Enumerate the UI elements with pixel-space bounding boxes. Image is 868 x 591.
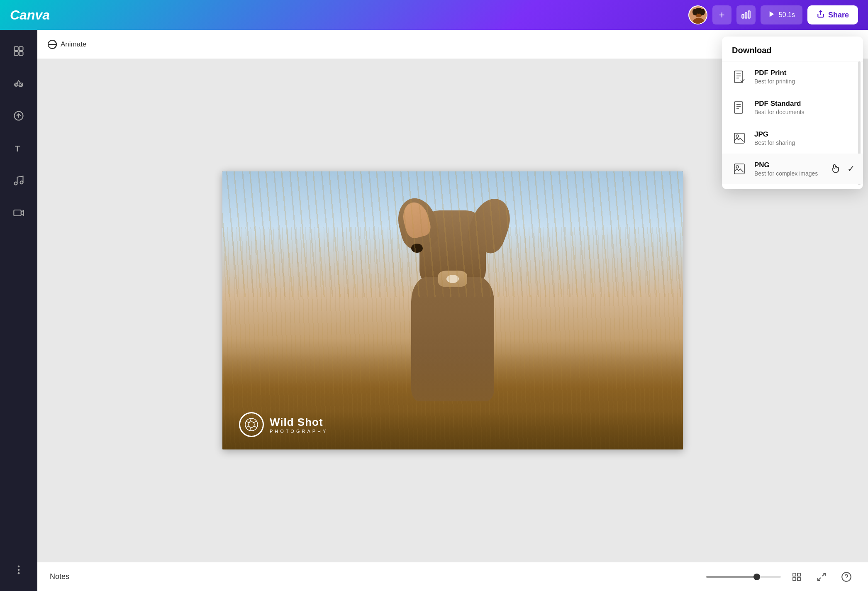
svg-point-52 xyxy=(736,135,739,137)
svg-line-33 xyxy=(246,426,249,427)
sidebar-item-uploads[interactable] xyxy=(4,101,33,130)
sidebar-item-video[interactable] xyxy=(4,198,33,227)
zoom-slider[interactable] xyxy=(706,576,781,578)
svg-point-24 xyxy=(18,569,20,571)
svg-point-5 xyxy=(695,8,703,14)
avatar-image xyxy=(689,6,707,24)
svg-rect-53 xyxy=(734,164,744,174)
pdf-print-text: PDF Print Best for printing xyxy=(754,69,795,85)
png-icon xyxy=(732,161,747,176)
pdf-standard-desc: Best for documents xyxy=(754,109,805,115)
png-text: PNG Best for complex images xyxy=(754,161,818,177)
expand-icon xyxy=(817,572,827,582)
plus-icon: + xyxy=(719,9,725,21)
help-button[interactable] xyxy=(837,568,856,586)
pdf-print-desc: Best for printing xyxy=(754,78,795,85)
pdf-print-icon xyxy=(732,69,747,84)
svg-line-32 xyxy=(250,427,251,431)
dropdown-item-pdf-standard[interactable]: PDF Standard Best for documents xyxy=(722,92,863,123)
svg-rect-22 xyxy=(14,210,21,216)
notes-label: Notes xyxy=(50,572,69,581)
share-label: Share xyxy=(828,11,849,20)
canva-logo: Canva xyxy=(10,7,50,23)
zoom-thumb xyxy=(753,574,760,580)
watermark: Wild Shot PHOTOGRAPHY xyxy=(239,412,328,437)
grid-view-button[interactable] xyxy=(788,568,806,586)
pdf-standard-text: PDF Standard Best for documents xyxy=(754,100,805,115)
svg-rect-38 xyxy=(797,578,800,581)
svg-rect-8 xyxy=(748,11,750,18)
dropdown-item-png[interactable]: PNG Best for complex images ✓ xyxy=(722,154,863,184)
add-button[interactable]: + xyxy=(712,5,731,24)
png-desc: Best for complex images xyxy=(754,170,818,177)
sidebar-item-panels[interactable] xyxy=(4,37,33,66)
pdf-standard-label: PDF Standard xyxy=(754,100,805,108)
dropdown-title: Download xyxy=(722,42,863,61)
svg-rect-37 xyxy=(793,578,796,581)
avatar[interactable] xyxy=(688,5,707,24)
check-icon: ✓ xyxy=(847,164,855,174)
play-button[interactable]: 50.1s xyxy=(761,5,802,24)
sidebar-item-text[interactable]: T xyxy=(4,134,33,163)
svg-rect-6 xyxy=(742,15,744,18)
bottom-right xyxy=(706,568,856,586)
svg-rect-47 xyxy=(734,102,743,113)
svg-line-34 xyxy=(246,421,249,423)
svg-line-39 xyxy=(822,573,825,576)
play-icon xyxy=(768,10,775,20)
svg-point-21 xyxy=(20,181,23,184)
share-icon xyxy=(817,10,825,20)
header-actions: + 50.1s xyxy=(688,5,858,24)
watermark-logo xyxy=(239,412,264,437)
grid-icon xyxy=(792,572,802,582)
sidebar-item-elements[interactable] xyxy=(4,69,33,98)
svg-marker-9 xyxy=(770,11,774,17)
svg-rect-36 xyxy=(797,573,800,576)
svg-point-20 xyxy=(15,182,17,185)
svg-rect-35 xyxy=(793,573,796,576)
stats-button[interactable] xyxy=(736,5,756,24)
click-cursor-icon xyxy=(830,163,840,175)
svg-point-41 xyxy=(842,572,851,581)
svg-line-40 xyxy=(818,578,821,581)
pdf-standard-icon xyxy=(732,100,747,115)
help-icon xyxy=(841,571,852,582)
svg-point-54 xyxy=(736,166,739,168)
header: Canva + xyxy=(0,0,868,30)
sidebar-item-music[interactable] xyxy=(4,166,33,195)
svg-point-27 xyxy=(245,418,258,431)
svg-point-23 xyxy=(18,566,20,568)
animate-button[interactable]: Animate xyxy=(47,39,86,49)
watermark-text: Wild Shot PHOTOGRAPHY xyxy=(270,416,328,434)
svg-rect-14 xyxy=(19,51,23,55)
jpg-desc: Best for sharing xyxy=(754,139,795,146)
svg-rect-11 xyxy=(15,47,18,51)
zoom-control xyxy=(706,576,781,578)
expand-button[interactable] xyxy=(812,568,831,586)
svg-rect-43 xyxy=(734,71,743,83)
svg-line-30 xyxy=(253,421,256,423)
share-button[interactable]: Share xyxy=(807,5,858,24)
svg-rect-12 xyxy=(19,47,23,51)
bottom-bar: Notes xyxy=(37,562,868,591)
chart-icon xyxy=(741,9,751,21)
dropdown-item-jpg[interactable]: JPG Best for sharing xyxy=(722,123,863,154)
svg-point-25 xyxy=(18,572,20,574)
brand-name: Wild Shot xyxy=(270,416,328,429)
svg-line-31 xyxy=(254,426,257,427)
grass-layer xyxy=(222,171,683,449)
sidebar: T xyxy=(0,30,37,591)
svg-rect-7 xyxy=(745,12,747,18)
sidebar-item-more[interactable] xyxy=(4,555,33,584)
animate-label: Animate xyxy=(61,40,86,49)
brand-subtitle: PHOTOGRAPHY xyxy=(270,429,328,434)
svg-rect-51 xyxy=(734,133,744,143)
canvas-frame[interactable]: Wild Shot PHOTOGRAPHY xyxy=(222,171,683,449)
svg-line-29 xyxy=(250,418,251,422)
svg-text:T: T xyxy=(15,144,20,153)
dropdown-item-pdf-print[interactable]: PDF Print Best for printing xyxy=(722,61,863,92)
jpg-label: JPG xyxy=(754,130,795,139)
png-label: PNG xyxy=(754,161,818,169)
animate-icon xyxy=(47,39,57,49)
pdf-print-label: PDF Print xyxy=(754,69,795,77)
